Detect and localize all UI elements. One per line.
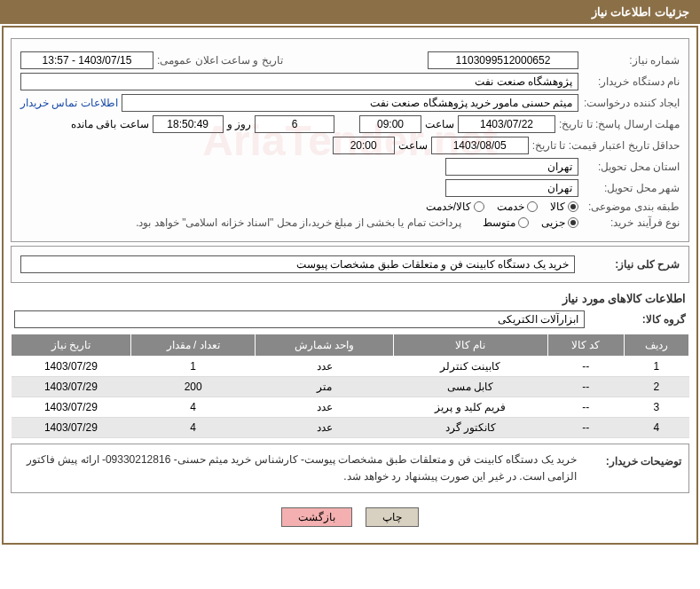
table-cell: -- <box>547 397 624 418</box>
table-cell: 1 <box>130 357 256 377</box>
row-category: طبقه بندی موضوعی: کالا خدمت کالا/خدمت <box>20 200 680 213</box>
table-cell: -- <box>547 357 624 377</box>
table-cell: عدد <box>256 397 393 418</box>
announce-label: تاریخ و ساعت اعلان عمومی: <box>157 54 283 67</box>
validity-date-field: 1403/08/05 <box>431 137 529 154</box>
main-frame: AriaTender.net شماره نیاز: 1103099512000… <box>2 26 698 545</box>
radio-icon <box>568 217 578 228</box>
radio-partial[interactable]: جزیی <box>541 216 578 229</box>
table-cell: متر <box>256 377 393 397</box>
items-section-title: اطلاعات کالاهای مورد نیاز <box>14 292 686 305</box>
province-label: استان محل تحویل: <box>582 161 680 173</box>
table-row: 4--کانکتور گردعدد41403/07/29 <box>12 418 689 438</box>
radio-icon <box>518 217 529 228</box>
print-button[interactable]: چاپ <box>366 507 419 527</box>
radio-goods[interactable]: کالا <box>550 200 578 213</box>
items-table: ردیفکد کالانام کالاواحد شمارشتعداد / مقد… <box>11 334 689 438</box>
details-box: AriaTender.net شماره نیاز: 1103099512000… <box>11 38 689 242</box>
deadline-label: مهلت ارسال پاسخ: تا تاریخ: <box>559 118 680 130</box>
process-label: نوع فرآیند خرید: <box>582 216 680 229</box>
row-need-number: شماره نیاز: 1103099512000652 تاریخ و ساع… <box>20 51 680 69</box>
group-label: گروه کالا: <box>588 313 686 326</box>
table-cell: 1403/07/29 <box>12 397 131 418</box>
requester-label: ایجاد کننده درخواست: <box>582 97 680 109</box>
table-header-cell: ردیف <box>624 334 688 357</box>
buyer-org-field: پژوهشگاه صنعت نفت <box>20 73 578 90</box>
time-label-2: ساعت <box>398 139 428 152</box>
category-radio-group: کالا خدمت کالا/خدمت <box>426 200 578 213</box>
table-row: 1--کابینت کنترلرعدد11403/07/29 <box>12 357 689 377</box>
validity-label: حداقل تاریخ اعتبار قیمت: تا تاریخ: <box>532 139 680 152</box>
table-header-cell: کد کالا <box>547 334 624 357</box>
main-container: جزئیات اطلاعات نیاز AriaTender.net شماره… <box>0 0 700 545</box>
table-cell: فریم کلید و پریز <box>393 397 547 418</box>
radio-icon <box>568 201 578 212</box>
city-field: تهران <box>445 179 578 197</box>
radio-goods-service[interactable]: کالا/خدمت <box>426 200 484 213</box>
table-cell: 3 <box>624 397 688 418</box>
summary-label: شرح کلی نیاز: <box>582 258 680 271</box>
time-label-1: ساعت <box>425 118 454 130</box>
table-cell: کانکتور گرد <box>393 418 547 438</box>
category-label: طبقه بندی موضوعی: <box>582 200 680 213</box>
deadline-date-field: 1403/07/22 <box>458 115 555 133</box>
radio-icon <box>527 201 538 212</box>
table-cell: 1403/07/29 <box>12 418 131 438</box>
row-city: شهر محل تحویل: تهران <box>20 179 680 197</box>
back-button[interactable]: بازگشت <box>281 507 352 527</box>
table-cell: 4 <box>130 418 256 438</box>
table-cell: 1 <box>624 357 688 377</box>
need-number-field: 1103099512000652 <box>428 51 578 69</box>
deadline-time-field: 09:00 <box>359 115 421 133</box>
validity-time-field: 20:00 <box>333 137 395 154</box>
table-cell: 1403/07/29 <box>12 357 131 377</box>
days-field: 6 <box>255 115 334 133</box>
countdown-field: 18:50:49 <box>153 115 224 133</box>
table-header-cell: نام کالا <box>393 334 547 357</box>
buyer-notes-label: توضیحات خریدار: <box>584 452 681 485</box>
payment-note: پرداخت تمام یا بخشی از مبلغ خرید،از محل … <box>136 216 461 229</box>
table-cell: 4 <box>130 397 256 418</box>
row-group: گروه کالا: ابزارآلات الکتریکی <box>14 310 686 328</box>
row-process: نوع فرآیند خرید: جزیی متوسط پرداخت تمام … <box>20 216 680 229</box>
announce-field: 1403/07/15 - 13:57 <box>20 51 153 69</box>
row-deadline: مهلت ارسال پاسخ: تا تاریخ: 1403/07/22 سا… <box>20 115 680 133</box>
button-row: چاپ بازگشت <box>11 499 689 536</box>
table-row: 3--فریم کلید و پریزعدد41403/07/29 <box>12 397 689 418</box>
table-cell: 4 <box>624 418 688 438</box>
table-cell: 200 <box>130 377 256 397</box>
table-cell: -- <box>547 418 624 438</box>
table-header-cell: تعداد / مقدار <box>130 334 256 357</box>
need-number-label: شماره نیاز: <box>582 54 680 67</box>
row-buyer-org: نام دستگاه خریدار: پژوهشگاه صنعت نفت <box>20 73 680 90</box>
days-label: روز و <box>227 118 251 130</box>
table-header-cell: تاریخ نیاز <box>12 334 131 357</box>
table-cell: کابل مسی <box>393 377 547 397</box>
province-field: تهران <box>445 158 578 176</box>
buyer-org-label: نام دستگاه خریدار: <box>582 75 680 88</box>
table-cell: -- <box>547 377 624 397</box>
table-row: 2--کابل مسیمتر2001403/07/29 <box>12 377 689 397</box>
table-cell: 1403/07/29 <box>12 377 131 397</box>
remaining-label: ساعت باقی مانده <box>71 118 149 130</box>
table-cell: کابینت کنترلر <box>393 357 547 377</box>
city-label: شهر محل تحویل: <box>582 182 680 194</box>
table-header-row: ردیفکد کالانام کالاواحد شمارشتعداد / مقد… <box>12 334 689 357</box>
contact-link[interactable]: اطلاعات تماس خریدار <box>20 97 118 109</box>
table-cell: عدد <box>256 357 393 377</box>
radio-icon <box>474 201 484 212</box>
group-field: ابزارآلات الکتریکی <box>14 310 585 328</box>
table-cell: 2 <box>624 377 688 397</box>
radio-medium[interactable]: متوسط <box>483 216 529 229</box>
summary-field: خرید یک دستگاه کابینت فن و متعلقات طبق م… <box>20 255 575 273</box>
process-radio-group: جزیی متوسط <box>483 216 578 229</box>
row-requester: ایجاد کننده درخواست: میثم حسنی مامور خری… <box>20 94 680 112</box>
table-header-cell: واحد شمارش <box>256 334 393 357</box>
row-validity: حداقل تاریخ اعتبار قیمت: تا تاریخ: 1403/… <box>20 137 680 154</box>
radio-service[interactable]: خدمت <box>497 200 538 213</box>
buyer-notes-box: توضیحات خریدار: خرید یک دستگاه کابینت فن… <box>11 444 689 493</box>
buyer-notes-text: خرید یک دستگاه کابینت فن و متعلقات طبق م… <box>19 452 577 485</box>
table-cell: عدد <box>256 418 393 438</box>
title-bar: جزئیات اطلاعات نیاز <box>0 0 700 24</box>
summary-box: شرح کلی نیاز: خرید یک دستگاه کابینت فن و… <box>11 246 689 283</box>
